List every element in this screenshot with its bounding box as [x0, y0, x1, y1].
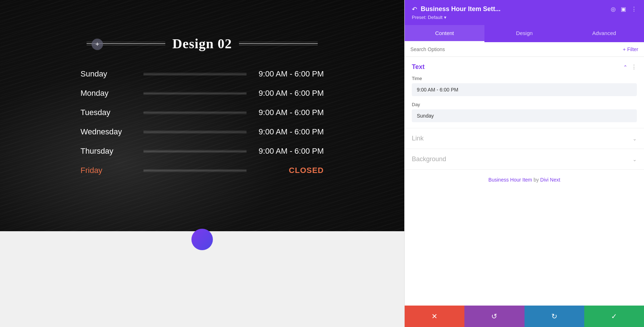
tab-design[interactable]: Design: [484, 25, 564, 42]
time-label: 9:00 AM - 6:00 PM: [252, 147, 324, 156]
search-input[interactable]: [410, 46, 620, 52]
table-row: Thursday 9:00 AM - 6:00 PM: [80, 147, 324, 156]
row-divider: [143, 151, 247, 152]
panel-header-left: ↶ Business Hour Item Sett...: [412, 5, 501, 13]
day-label: Monday: [80, 89, 138, 98]
day-label: Tuesday: [80, 108, 138, 117]
time-field-input[interactable]: [412, 83, 637, 96]
time-field-label: Time: [412, 76, 637, 81]
background-section[interactable]: Background ⌄: [405, 149, 644, 170]
panel-body: + Filter Text ⌃ ⋮ Time Day Link: [405, 42, 644, 306]
layout-icon[interactable]: ▣: [621, 6, 626, 13]
tab-content[interactable]: Content: [405, 25, 484, 42]
link-section[interactable]: Link ⌄: [405, 128, 644, 149]
back-icon[interactable]: ↶: [412, 5, 417, 13]
chevron-down-icon: ⌄: [633, 157, 637, 162]
chevron-down-icon: ⌄: [633, 136, 637, 142]
section-title: Text: [412, 63, 425, 71]
header-line-right: [239, 43, 318, 44]
table-row: Wednesday 9:00 AM - 6:00 PM: [80, 127, 324, 137]
row-divider: [143, 113, 247, 113]
confirm-button[interactable]: ✓: [584, 306, 644, 327]
more-options-icon[interactable]: ⋮: [631, 6, 637, 13]
row-divider: [143, 170, 247, 171]
day-label-closed: Friday: [80, 166, 138, 175]
credit-brand[interactable]: Divi Next: [540, 177, 560, 183]
cancel-icon: ✕: [431, 312, 438, 321]
canvas-area: + Design 02 Sunday 9:00 AM - 6:00 PM Mon…: [0, 0, 404, 327]
undo-button[interactable]: ↺: [464, 306, 524, 327]
table-row: Friday CLOSED: [80, 166, 324, 175]
add-module-button[interactable]: +: [92, 39, 103, 50]
day-field-label: Day: [412, 102, 637, 107]
search-bar: + Filter: [405, 42, 644, 57]
credit-by: by: [533, 177, 540, 183]
day-label: Sunday: [80, 69, 138, 79]
panel-title: Business Hour Item Sett...: [421, 5, 501, 13]
tab-advanced[interactable]: Advanced: [564, 25, 644, 42]
time-field-group: Time: [405, 76, 644, 102]
section-more-icon[interactable]: ⋮: [631, 64, 637, 70]
canvas-content: Design 02 Sunday 9:00 AM - 6:00 PM Monda…: [0, 0, 404, 199]
cancel-button[interactable]: ✕: [405, 306, 464, 327]
preset-arrow-icon: ▾: [444, 15, 447, 20]
day-field-group: Day: [405, 102, 644, 128]
confirm-icon: ✓: [611, 312, 617, 321]
panel-header: ↶ Business Hour Item Sett... ◎ ▣ ⋮ Prese…: [405, 0, 644, 25]
hours-table: Sunday 9:00 AM - 6:00 PM Monday 9:00 AM …: [80, 69, 324, 175]
redo-button[interactable]: ↻: [525, 306, 584, 327]
day-field-input[interactable]: [412, 109, 637, 122]
day-label: Wednesday: [80, 127, 138, 137]
table-row: Monday 9:00 AM - 6:00 PM: [80, 89, 324, 98]
day-label: Thursday: [80, 147, 138, 156]
time-label: 9:00 AM - 6:00 PM: [252, 89, 324, 98]
target-icon[interactable]: ◎: [611, 6, 616, 13]
redo-icon: ↻: [551, 312, 557, 321]
background-section-title: Background: [412, 155, 446, 163]
time-label: 9:00 AM - 6:00 PM: [252, 127, 324, 137]
link-section-title: Link: [412, 135, 424, 142]
plus-icon: +: [96, 41, 99, 48]
credit-link[interactable]: Business Hour Item: [488, 177, 532, 183]
panel-credit: Business Hour Item by Divi Next: [405, 170, 644, 190]
panel-header-top: ↶ Business Hour Item Sett... ◎ ▣ ⋮: [412, 5, 637, 13]
row-divider: [143, 132, 247, 132]
preset-label[interactable]: Preset: Default ▾: [412, 15, 637, 20]
closed-label: CLOSED: [252, 166, 324, 175]
text-section: Text ⌃ ⋮ Time Day: [405, 57, 644, 128]
bottom-toolbar: ✕ ↺ ↻ ✓: [405, 306, 644, 327]
design-title: Design 02: [172, 36, 232, 51]
section-header: Text ⌃ ⋮: [405, 57, 644, 76]
time-label: 9:00 AM - 6:00 PM: [252, 69, 324, 79]
design-header: Design 02: [29, 36, 376, 51]
filter-button[interactable]: + Filter: [623, 46, 638, 52]
table-row: Tuesday 9:00 AM - 6:00 PM: [80, 108, 324, 117]
chevron-up-icon[interactable]: ⌃: [623, 64, 628, 70]
avatar: [191, 229, 213, 250]
section-controls: ⌃ ⋮: [623, 64, 637, 70]
time-label: 9:00 AM - 6:00 PM: [252, 108, 324, 117]
settings-panel: ↶ Business Hour Item Sett... ◎ ▣ ⋮ Prese…: [404, 0, 644, 327]
panel-header-icons: ◎ ▣ ⋮: [611, 6, 637, 13]
row-divider: [143, 93, 247, 94]
undo-icon: ↺: [491, 312, 497, 321]
row-divider: [143, 74, 247, 74]
panel-tabs: Content Design Advanced: [405, 25, 644, 42]
table-row: Sunday 9:00 AM - 6:00 PM: [80, 69, 324, 79]
